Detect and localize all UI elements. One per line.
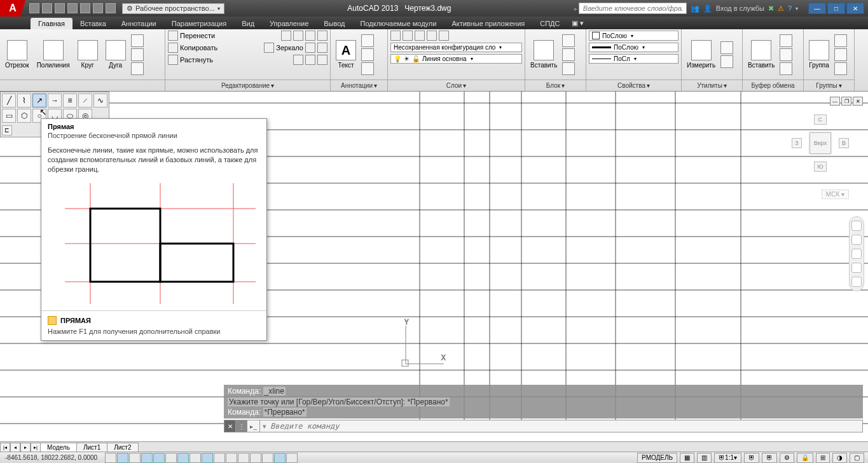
measure-button[interactable]: Измерить xyxy=(684,39,718,70)
anno-vis-icon[interactable]: ⛨ xyxy=(744,453,759,463)
toolbar-lock-icon[interactable]: 🔒 xyxy=(797,453,813,463)
dyn-icon[interactable] xyxy=(202,453,213,463)
orbit-icon[interactable] xyxy=(851,263,862,273)
copy-clip-icon[interactable] xyxy=(780,48,792,61)
info-icon[interactable]: ? xyxy=(788,4,792,12)
workspace-selector[interactable]: ⚙ Рабочее пространство... ▾ xyxy=(122,3,224,14)
mirror-icon[interactable] xyxy=(264,43,274,53)
xline-tool-icon[interactable]: ↗ xyxy=(32,93,46,107)
doc-restore-button[interactable]: ❐ xyxy=(841,97,851,106)
3dpoly-tool-icon[interactable]: ⟋ xyxy=(78,93,92,107)
tab-plugins[interactable]: Подключаемые модули xyxy=(353,18,444,29)
chevron-down-icon[interactable]: ▾ xyxy=(839,82,842,89)
hatch-icon[interactable] xyxy=(131,62,144,75)
color-dropdown[interactable]: ПоСлою xyxy=(589,31,679,41)
layer-prop-icon[interactable] xyxy=(390,31,401,41)
fillet-icon[interactable] xyxy=(305,43,315,53)
workspace-icon[interactable]: ⚙ xyxy=(780,453,794,463)
wcs-label[interactable]: МСК ▾ xyxy=(822,190,849,199)
cmd-close-icon[interactable]: ✕ xyxy=(224,420,236,432)
attr-icon[interactable] xyxy=(562,62,575,75)
tab-annotate[interactable]: Аннотации xyxy=(114,18,164,29)
ungroup-icon[interactable] xyxy=(834,34,847,47)
layer-iso-icon[interactable] xyxy=(415,31,425,41)
layer-config-dropdown[interactable]: Несохраненная конфигурация сло xyxy=(390,43,522,52)
trim-icon[interactable] xyxy=(293,31,303,41)
rect-tool-icon[interactable]: ▭ xyxy=(2,109,16,123)
explode-icon[interactable] xyxy=(317,43,327,53)
tab-view[interactable]: Вид xyxy=(234,18,262,29)
maximize-button[interactable]: □ xyxy=(827,3,845,14)
scale-icon[interactable] xyxy=(293,55,303,65)
quickview-icon[interactable]: ▦ xyxy=(680,453,694,463)
pin-icon[interactable]: ⊏ xyxy=(2,125,12,135)
ducs-icon[interactable] xyxy=(189,453,201,463)
chevron-down-icon[interactable]: ▾ xyxy=(561,82,565,89)
anno-auto-icon[interactable]: ⛨ xyxy=(762,453,777,463)
mline-tool-icon[interactable]: ≡ xyxy=(63,93,77,107)
isolate-icon[interactable]: ◑ xyxy=(832,453,847,463)
chevron-down-icon[interactable]: ▾ xyxy=(796,6,798,11)
minimize-button[interactable]: — xyxy=(808,3,826,14)
otrack-icon[interactable] xyxy=(177,453,189,463)
erase-icon[interactable] xyxy=(317,31,327,41)
create-block-icon[interactable] xyxy=(562,34,575,47)
offset-icon[interactable] xyxy=(317,55,327,65)
app-logo[interactable]: A xyxy=(0,0,25,17)
transparency-icon[interactable] xyxy=(226,453,237,463)
edit-block-icon[interactable] xyxy=(562,48,575,61)
layer-lock-icon[interactable] xyxy=(439,31,449,41)
exchange-x-icon[interactable]: ✖ xyxy=(768,4,774,13)
group-edit-icon[interactable] xyxy=(834,48,847,61)
search-input[interactable] xyxy=(579,3,687,14)
leader-icon[interactable] xyxy=(361,48,374,61)
cmd-handle-icon[interactable]: ⋮ xyxy=(236,420,247,432)
spline-tool-icon[interactable]: ∿ xyxy=(93,93,107,107)
stretch-icon[interactable] xyxy=(168,55,178,65)
ellipse-icon[interactable] xyxy=(131,48,144,61)
line-button[interactable]: Отрезок xyxy=(3,39,32,70)
text-button[interactable]: AТекст xyxy=(333,39,359,70)
layout-tab-model[interactable]: Модель xyxy=(40,443,77,452)
layer-states-icon[interactable] xyxy=(403,31,413,41)
polygon-tool-icon[interactable]: ⬡ xyxy=(17,109,31,123)
infer-icon[interactable] xyxy=(274,453,286,463)
anno-scale-button[interactable]: ⛨ 1:1 ▾ xyxy=(714,453,741,463)
signin-icon[interactable]: 👤 xyxy=(703,4,712,13)
layout-tab-sheet2[interactable]: Лист2 xyxy=(107,443,138,452)
linetype-dropdown[interactable]: ПоСл xyxy=(589,54,679,64)
tab-home[interactable]: Главная xyxy=(31,18,72,29)
qat-redo-icon[interactable] xyxy=(106,3,116,13)
qselect-icon[interactable] xyxy=(720,55,733,68)
qat-plot-icon[interactable] xyxy=(80,3,90,13)
arc-button[interactable]: Дуга xyxy=(103,39,128,70)
zoom-icon[interactable] xyxy=(851,249,862,259)
table-icon[interactable] xyxy=(361,62,374,75)
polyline-tool-icon[interactable]: ⌇ xyxy=(17,93,31,107)
chevron-down-icon[interactable]: ▾ xyxy=(724,82,727,89)
copy-icon[interactable] xyxy=(168,43,178,53)
circle-button[interactable]: Круг xyxy=(75,39,100,70)
am-icon[interactable] xyxy=(262,453,273,463)
viewcube-north[interactable]: С xyxy=(814,114,827,125)
viewcube-top[interactable]: Верх xyxy=(809,132,831,154)
sc-icon[interactable] xyxy=(250,453,261,463)
rect-icon[interactable] xyxy=(131,34,144,47)
ortho-icon[interactable] xyxy=(129,453,141,463)
qat-new-icon[interactable] xyxy=(29,3,39,13)
clean-screen-icon[interactable]: ▢ xyxy=(850,453,864,463)
qp-icon[interactable] xyxy=(238,453,249,463)
array-icon[interactable] xyxy=(305,55,315,65)
ray-tool-icon[interactable]: → xyxy=(48,93,62,107)
tab-output[interactable]: Вывод xyxy=(316,18,352,29)
select-icon[interactable] xyxy=(720,41,733,54)
lineweight-dropdown[interactable]: ПоСлою xyxy=(589,43,679,52)
tablet-icon[interactable] xyxy=(286,453,298,463)
layer-dropdown[interactable]: 💡☀🔓Линия основна xyxy=(390,54,522,64)
lwt-icon[interactable] xyxy=(214,453,225,463)
qat-save-icon[interactable] xyxy=(55,3,65,13)
rotate-icon[interactable] xyxy=(281,31,291,41)
viewcube-west[interactable]: З xyxy=(792,138,802,148)
insert-block-button[interactable]: Вставить xyxy=(528,39,560,70)
viewcube-east[interactable]: В xyxy=(839,138,849,148)
